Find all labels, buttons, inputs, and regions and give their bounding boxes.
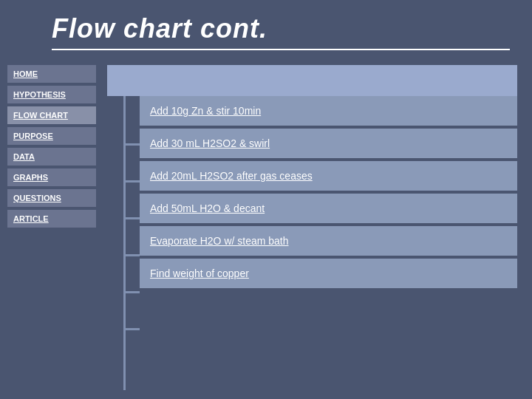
h-connector-0 [123,143,140,146]
flow-step-step4[interactable]: Add 50mL H2O & decant [140,194,517,223]
flow-step-step3[interactable]: Add 20mL H2SO2 after gas ceases [140,161,517,191]
title-underline [52,49,510,50]
flow-step-step2[interactable]: Add 30 mL H2SO2 & swirl [140,129,517,158]
sidebar-item-questions[interactable]: QUESTIONS [7,189,96,207]
flowchart-top-box [107,65,517,96]
flow-step-step1[interactable]: Add 10g Zn & stir 10min [140,96,517,126]
main-content: Flow chart cont. HOMEHYPOTHESISFLOW CHAR… [0,0,532,399]
flow-connector-bar [107,96,140,390]
flowchart-panel: Add 10g Zn & stir 10minAdd 30 mL H2SO2 &… [103,65,517,390]
h-connector-5 [123,328,140,330]
h-connector-1 [123,180,140,183]
sidebar-item-data[interactable]: DATA [7,148,96,166]
page-title: Flow chart cont. [52,13,510,44]
flow-steps-container: Add 10g Zn & stir 10minAdd 30 mL H2SO2 &… [140,96,517,390]
flow-visual: Add 10g Zn & stir 10minAdd 30 mL H2SO2 &… [107,96,517,390]
sidebar: HOMEHYPOTHESISFLOW CHARTPURPOSEDATAGRAPH… [7,65,96,390]
sidebar-item-flow-chart[interactable]: FLOW CHART [7,106,96,124]
flow-step-step6[interactable]: Find weight of copper [140,259,517,288]
sidebar-item-graphs[interactable]: GRAPHS [7,168,96,186]
sidebar-item-hypothesis[interactable]: HYPOTHESIS [7,86,96,103]
sidebar-item-article[interactable]: ARTICLE [7,210,96,228]
h-connector-2 [123,217,140,219]
sidebar-item-purpose[interactable]: PURPOSE [7,127,96,145]
sidebar-item-home[interactable]: HOME [7,65,96,83]
vertical-connector-line [123,96,126,390]
h-connector-4 [123,291,140,293]
flow-step-step5[interactable]: Evaporate H2O w/ steam bath [140,226,517,256]
main-layout: HOMEHYPOTHESISFLOW CHARTPURPOSEDATAGRAPH… [0,58,532,398]
title-section: Flow chart cont. [0,0,532,58]
h-connector-3 [123,254,140,256]
